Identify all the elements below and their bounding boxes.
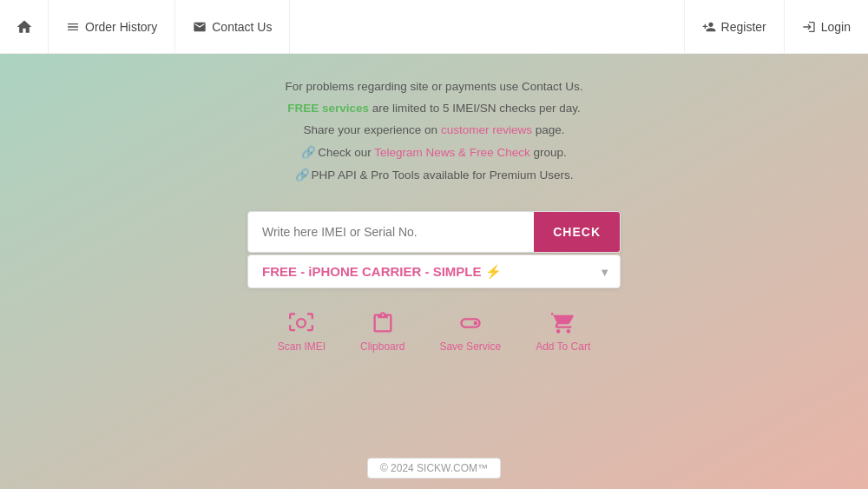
save-service-button[interactable]: Save Service: [439, 311, 501, 353]
contact-us-label: Contact Us: [212, 20, 272, 34]
order-history-label: Order History: [85, 20, 157, 34]
service-dropdown-wrap: FREE - iPHONE CARRIER - SIMPLE ⚡ ▼: [247, 254, 621, 288]
contact-us-link[interactable]: Contact Us: [175, 0, 290, 53]
info-1: For problems regarding site or payments …: [286, 80, 583, 93]
order-history-link[interactable]: Order History: [49, 0, 175, 53]
nav-right: Register Login: [684, 0, 868, 53]
save-service-label: Save Service: [439, 340, 501, 353]
free-services-label: FREE services: [287, 102, 369, 115]
info-5: 🔗PHP API & Pro Tools available for Premi…: [295, 168, 574, 182]
home-button[interactable]: [0, 0, 49, 53]
info-2: FREE services are limited to 5 IMEI/SN c…: [287, 102, 580, 115]
main-content: For problems regarding site or payments …: [0, 54, 868, 353]
scan-imei-label: Scan IMEI: [278, 340, 326, 353]
action-row: Scan IMEI Clipboard Save Service Add To …: [278, 311, 591, 353]
footer: © 2024 SICKW.COM™: [0, 458, 868, 479]
service-dropdown[interactable]: FREE - iPHONE CARRIER - SIMPLE ⚡: [247, 254, 621, 288]
copyright-text: © 2024 SICKW.COM™: [367, 458, 501, 479]
customer-reviews-link[interactable]: customer reviews: [441, 123, 532, 136]
clipboard-button[interactable]: Clipboard: [360, 311, 404, 353]
check-form: CHECK: [247, 211, 621, 253]
info-4: 🔗Check our Telegram News & Free Check gr…: [301, 145, 566, 159]
login-link[interactable]: Login: [784, 0, 868, 53]
add-to-cart-label: Add To Cart: [536, 340, 590, 353]
scan-imei-button[interactable]: Scan IMEI: [278, 311, 326, 353]
add-to-cart-button[interactable]: Add To Cart: [536, 311, 590, 353]
check-button[interactable]: CHECK: [534, 212, 620, 252]
login-label: Login: [821, 20, 851, 34]
imei-input[interactable]: [248, 212, 534, 252]
telegram-link[interactable]: Telegram News & Free Check: [374, 146, 529, 159]
navbar: Order History Contact Us Register Login: [0, 0, 868, 54]
info-3: Share your experience on customer review…: [304, 123, 565, 136]
register-label: Register: [721, 20, 766, 34]
clipboard-label: Clipboard: [360, 340, 404, 353]
register-link[interactable]: Register: [684, 0, 784, 53]
